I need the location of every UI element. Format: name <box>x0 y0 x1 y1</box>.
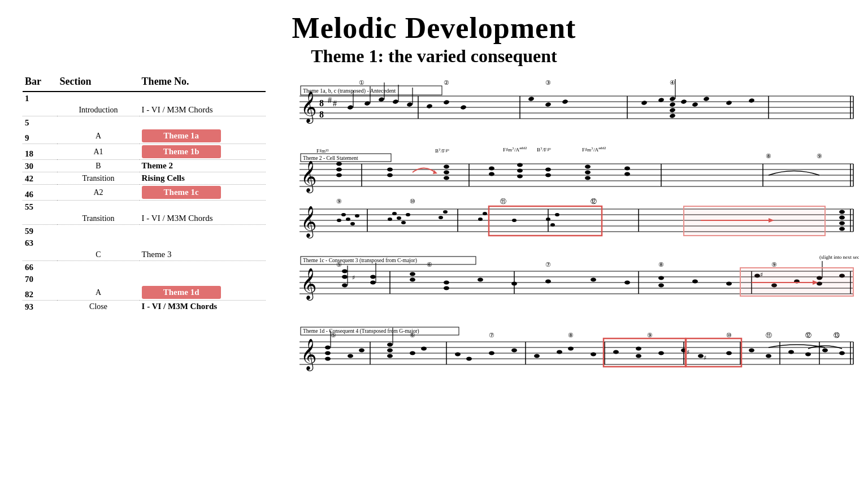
svg-text:𝄞: 𝄞 <box>301 268 316 301</box>
svg-point-19 <box>392 99 398 104</box>
section-label: Transition <box>57 172 139 185</box>
bar-number: 18 <box>23 144 57 160</box>
svg-point-126 <box>839 216 845 220</box>
bar-number <box>23 104 57 116</box>
svg-point-222 <box>636 354 641 358</box>
svg-point-160 <box>591 278 596 282</box>
bar-number: 55 <box>23 201 57 213</box>
theme-label: Theme 2 <box>140 160 266 172</box>
svg-point-205 <box>325 346 331 350</box>
svg-point-82 <box>585 165 591 169</box>
bar-number: 1 <box>23 92 57 104</box>
svg-text:⑥: ⑥ <box>410 332 415 338</box>
svg-point-204 <box>325 351 331 355</box>
svg-text:③: ③ <box>545 79 551 86</box>
svg-point-48 <box>726 100 732 105</box>
col-section: Section <box>57 73 139 92</box>
svg-point-80 <box>585 176 591 180</box>
svg-point-230 <box>788 350 794 354</box>
svg-point-81 <box>585 171 591 175</box>
section-label: C <box>57 249 139 261</box>
svg-point-125 <box>839 210 845 214</box>
svg-text:⑥: ⑥ <box>427 261 432 268</box>
table-row: CTheme 3 <box>23 249 266 261</box>
svg-text:Theme 2 - Cell Statement: Theme 2 - Cell Statement <box>303 155 358 161</box>
title-section: Melodic Development Theme 1: the varied … <box>23 11 845 67</box>
table-area: Bar Section Theme No. 1IntroductionI - V… <box>23 73 266 390</box>
theme-label: I - VI / M3M Chords <box>140 212 266 225</box>
svg-point-27 <box>669 96 675 101</box>
svg-text:⑬: ⑬ <box>834 332 840 338</box>
svg-point-103 <box>346 218 350 221</box>
svg-point-206 <box>348 354 353 358</box>
svg-text:F♯m⁷/Aadd2: F♯m⁷/Aadd2 <box>582 147 606 153</box>
theme-label: Theme 1b <box>140 144 266 160</box>
table-row: 55 <box>23 201 266 213</box>
theme-label <box>140 237 266 249</box>
table-row: TransitionI - VI / M3M Chords <box>23 212 266 225</box>
section-label: A1 <box>57 144 139 160</box>
svg-point-109 <box>401 221 406 224</box>
svg-point-128 <box>839 227 845 231</box>
svg-point-25 <box>545 102 551 107</box>
svg-text:⑧: ⑧ <box>568 332 574 338</box>
section-label <box>57 225 139 237</box>
svg-text:⑩: ⑩ <box>410 198 415 205</box>
svg-text:⑨: ⑨ <box>336 198 342 205</box>
svg-point-111 <box>439 216 443 219</box>
theme-label: Rising Cells <box>140 172 266 185</box>
svg-point-45 <box>680 99 687 104</box>
svg-text:①: ① <box>359 79 364 86</box>
svg-point-223 <box>636 347 641 351</box>
structure-table: Bar Section Theme No. 1IntroductionI - V… <box>23 73 266 312</box>
svg-point-68 <box>387 173 393 177</box>
svg-text:⑫: ⑫ <box>805 332 811 338</box>
svg-point-227 <box>726 351 732 355</box>
svg-point-104 <box>350 222 355 225</box>
notation-row-3: Theme 1c - Consequent 3 (transposed from… <box>277 254 859 319</box>
svg-text:⑤: ⑤ <box>336 261 342 268</box>
section-label <box>57 201 139 213</box>
svg-text:Theme 1d - Consequent 4 (Trans: Theme 1d - Consequent 4 (Transposed from… <box>303 328 419 334</box>
section-label: A <box>57 128 139 144</box>
svg-point-163 <box>658 276 664 280</box>
svg-text:②: ② <box>444 79 449 86</box>
svg-text:𝄞: 𝄞 <box>301 206 316 238</box>
theme-label: Theme 1c <box>140 185 266 201</box>
svg-point-77 <box>517 163 523 167</box>
svg-text:B⁷/F♯°: B⁷/F♯° <box>537 147 552 153</box>
svg-point-47 <box>703 96 709 101</box>
svg-point-156 <box>444 286 449 290</box>
table-row: 46A2Theme 1c <box>23 185 266 201</box>
svg-point-209 <box>387 349 393 353</box>
svg-point-148 <box>342 284 348 288</box>
svg-point-73 <box>489 172 494 176</box>
svg-text:⑨: ⑨ <box>647 332 653 338</box>
svg-point-70 <box>444 176 449 180</box>
table-row: 18A1Theme 1b <box>23 144 266 160</box>
svg-text:⑧: ⑧ <box>766 153 771 159</box>
svg-text:8: 8 <box>319 110 324 119</box>
section-label: B <box>57 160 139 172</box>
svg-point-24 <box>528 96 534 101</box>
svg-text:⑧: ⑧ <box>658 261 664 268</box>
svg-text:④: ④ <box>670 79 675 86</box>
svg-text:♯: ♯ <box>352 274 355 281</box>
svg-point-26 <box>562 99 568 104</box>
music-area: Theme 1a, b, c (transposed) - Antecedent… <box>277 73 859 390</box>
theme-label: I - VI / M3M Chords <box>140 301 266 313</box>
section-label: Introduction <box>57 104 139 116</box>
svg-point-117 <box>550 223 555 227</box>
section-label: A <box>57 285 139 301</box>
theme-label: Theme 1d <box>140 285 266 301</box>
svg-point-229 <box>766 354 771 358</box>
theme-label <box>140 261 266 273</box>
svg-point-102 <box>341 213 346 216</box>
bar-number: 82 <box>23 285 57 301</box>
table-row: IntroductionI - VI / M3M Chords <box>23 104 266 116</box>
svg-point-162 <box>658 284 664 288</box>
svg-text:8: 8 <box>319 98 324 108</box>
svg-point-155 <box>444 281 449 285</box>
svg-text:F♯m⁷/Aadd2: F♯m⁷/Aadd2 <box>503 147 527 153</box>
section-label <box>57 273 139 285</box>
